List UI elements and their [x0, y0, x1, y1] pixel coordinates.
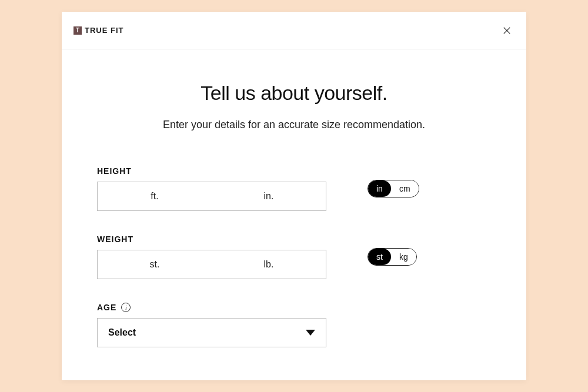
weight-unit-kg[interactable]: kg — [391, 249, 416, 265]
page-title: Tell us about yourself. — [97, 82, 491, 105]
height-feet-input[interactable]: ft. — [98, 182, 212, 210]
weight-field: WEIGHT st. lb. st kg — [97, 234, 491, 279]
weight-unit-toggle[interactable]: st kg — [368, 248, 417, 266]
weight-pounds-input[interactable]: lb. — [212, 250, 326, 279]
height-unit-toggle[interactable]: in cm — [368, 180, 419, 197]
weight-input[interactable]: st. lb. — [97, 250, 326, 279]
height-unit-cm[interactable]: cm — [391, 180, 419, 197]
info-icon[interactable]: i — [121, 303, 131, 312]
height-inches-input[interactable]: in. — [212, 182, 326, 210]
age-label: AGE — [97, 303, 116, 312]
profile-form: HEIGHT ft. in. in cm — [97, 166, 491, 347]
brand-name: TRUE FIT — [85, 26, 124, 35]
age-select[interactable]: Select — [97, 318, 326, 347]
height-unit-in[interactable]: in — [368, 180, 391, 197]
modal-body: Tell us about yourself. Enter your detai… — [62, 49, 526, 347]
weight-unit-st[interactable]: st — [368, 249, 391, 265]
modal-header: T TRUE FIT — [62, 12, 526, 49]
page-subtitle: Enter your details for an accurate size … — [97, 119, 491, 131]
age-field: AGE i Select — [97, 303, 491, 347]
close-button[interactable] — [499, 23, 514, 38]
size-modal: T TRUE FIT Tell us about yourself. Enter… — [62, 12, 526, 380]
height-field: HEIGHT ft. in. in cm — [97, 166, 491, 211]
chevron-down-icon — [306, 330, 315, 336]
brand: T TRUE FIT — [74, 26, 124, 35]
height-input[interactable]: ft. in. — [97, 182, 326, 211]
weight-stone-input[interactable]: st. — [98, 250, 212, 279]
height-label: HEIGHT — [97, 166, 132, 176]
close-icon — [502, 25, 512, 36]
brand-logo-icon: T — [74, 26, 82, 35]
age-select-value: Select — [108, 327, 136, 338]
weight-label: WEIGHT — [97, 234, 133, 244]
